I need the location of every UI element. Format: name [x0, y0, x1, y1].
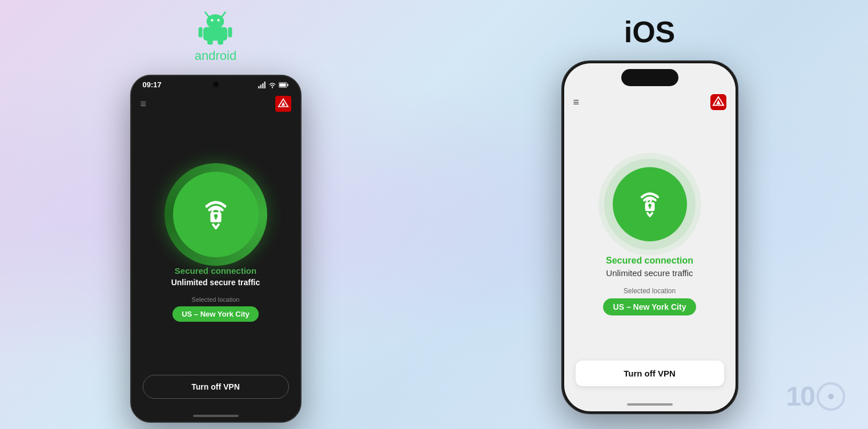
ios-traffic-text: Unlimited secure traffic: [606, 268, 693, 278]
avast-logo-ios: [712, 96, 725, 108]
ios-dynamic-island: [621, 69, 678, 86]
ios-platform-label: iOS: [624, 15, 676, 49]
android-app-header: ≡: [131, 91, 300, 116]
android-location-label: Selected location: [172, 296, 259, 303]
android-time: 09:17: [143, 80, 162, 89]
android-section: android 09:17: [130, 6, 302, 423]
svg-point-2: [207, 14, 224, 29]
watermark-number: 10: [786, 381, 814, 412]
svg-point-3: [211, 19, 214, 21]
svg-rect-15: [287, 83, 288, 86]
svg-point-4: [218, 19, 220, 21]
watermark-circle: [817, 382, 845, 411]
ios-location-section: Selected location US – New York City: [592, 287, 708, 315]
android-vpn-outer-ring[interactable]: [164, 163, 267, 266]
ios-app-header: ≡: [564, 92, 736, 115]
android-status-section: Secured connection Unlimited secure traf…: [160, 266, 272, 296]
svg-rect-11: [260, 84, 262, 88]
android-screen: 09:17: [131, 76, 300, 422]
ios-secured-text: Secured connection: [606, 256, 693, 266]
ios-nav-bar: [564, 398, 736, 411]
signal-icon: [258, 82, 266, 88]
svg-rect-8: [207, 39, 213, 44]
avast-badge-android: [275, 96, 291, 112]
svg-line-0: [206, 13, 210, 18]
ios-hamburger-menu-icon[interactable]: ≡: [573, 96, 580, 108]
ios-location-label: Selected location: [603, 287, 697, 295]
ios-section: iOS ≡: [561, 15, 738, 414]
ios-location-badge[interactable]: US – New York City: [603, 298, 697, 315]
svg-rect-7: [228, 27, 232, 37]
android-camera: [213, 82, 219, 87]
android-vpn-circle-container: Secured connection Unlimited secure traf…: [131, 116, 300, 375]
vpn-shield-wifi-icon: [193, 192, 239, 237]
ios-vpn-inner-circle: [613, 167, 687, 241]
android-robot-icon: [195, 6, 235, 46]
android-location-badge[interactable]: US – New York City: [172, 306, 259, 322]
avast-logo-android: [278, 98, 289, 110]
svg-rect-19: [215, 216, 216, 219]
avast-badge-ios: [710, 94, 726, 110]
android-nav-bar: [131, 410, 300, 422]
android-vpn-inner-circle: [173, 172, 259, 257]
battery-icon: [279, 82, 289, 88]
ios-vpn-circle-container: Secured connection Unlimited secure traf…: [564, 115, 736, 361]
svg-line-1: [222, 13, 226, 18]
watermark: 10: [786, 381, 845, 412]
android-phone: 09:17: [130, 75, 302, 423]
android-traffic-text: Unlimited secure traffic: [171, 278, 260, 287]
ios-vpn-shield-wifi-icon: [630, 184, 670, 224]
ios-nav-pill: [627, 403, 673, 406]
ios-phone: ≡: [561, 60, 738, 414]
svg-rect-5: [203, 27, 227, 41]
android-location-section: Selected location US – New York City: [161, 296, 270, 322]
ios-vpn-outer-ring[interactable]: [598, 153, 701, 256]
ios-screen: ≡: [564, 63, 736, 411]
svg-rect-13: [264, 82, 266, 88]
android-turn-off-button[interactable]: Turn off VPN: [143, 375, 289, 399]
ios-status-section: Secured connection Unlimited secure traf…: [594, 256, 705, 287]
svg-rect-22: [649, 205, 650, 209]
wifi-icon: [268, 82, 276, 88]
android-label: android: [195, 48, 236, 63]
svg-rect-9: [218, 39, 224, 44]
hamburger-menu-icon[interactable]: ≡: [140, 98, 147, 110]
watermark-dot: [828, 394, 834, 399]
svg-rect-16: [279, 83, 286, 87]
svg-rect-6: [199, 27, 203, 37]
svg-rect-10: [258, 86, 260, 88]
android-logo: android: [195, 6, 236, 63]
android-nav-pill: [193, 415, 239, 417]
ios-turn-off-button[interactable]: Turn off VPN: [576, 361, 724, 386]
android-secured-text: Secured connection: [171, 266, 260, 276]
android-status-icons: [258, 82, 289, 88]
svg-rect-12: [262, 83, 264, 88]
